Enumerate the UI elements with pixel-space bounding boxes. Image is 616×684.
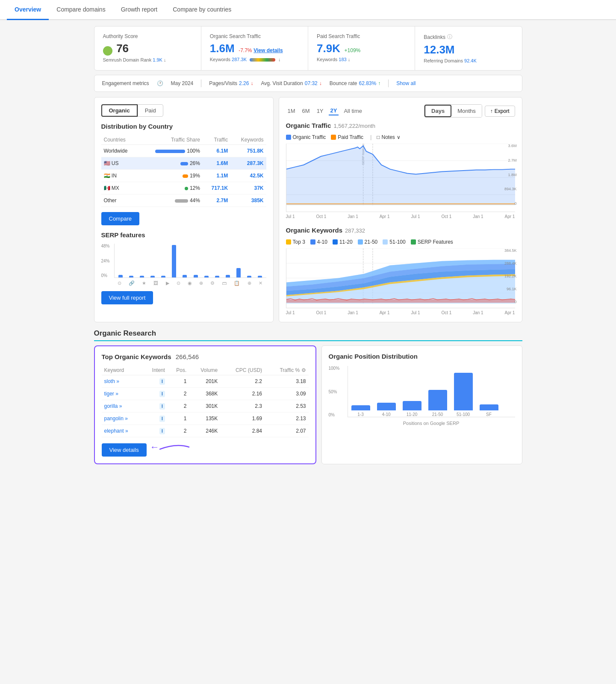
kw-word-3[interactable]: pangolin » [102, 413, 142, 425]
export-button[interactable]: ↑ Export [485, 106, 515, 117]
pos-bar-wrap-0: 1-3 [351, 405, 370, 417]
traffic-legend: Organic Traffic Paid Traffic | □ Notes ∨ [286, 134, 515, 140]
pages-visits-value[interactable]: 2.26 [239, 80, 249, 86]
serp-icon-2: 🔗 [129, 280, 135, 286]
kw-word-4[interactable]: elephant » [102, 425, 142, 437]
kw-pos-0: 1 [168, 375, 189, 388]
tab-overview[interactable]: Overview [7, 0, 49, 20]
country-row-1: 🇺🇸 US 26% 1.6M 287.3K [101, 157, 266, 170]
serp-features-dot [411, 239, 416, 245]
keywords-chart-x-labels: Jul 1 Oct 1 Jan 1 Apr 1 Jul 1 Oct 1 Jan … [286, 310, 515, 315]
col-traffic: Traffic [203, 135, 230, 145]
legend-notes[interactable]: □ Notes ∨ [377, 134, 401, 140]
keyword-panel-title: Top Organic Keywords 266,546 [102, 353, 309, 360]
country-table: Countries Traffic Share Traffic Keywords… [101, 135, 266, 207]
pos-bar-label-0: 1-3 [357, 412, 363, 417]
serp-title: SERP features [101, 231, 266, 239]
serp-icon-8: ⊕ [199, 280, 203, 286]
metric-organic-sub: Keywords 287.3K ↓ [210, 57, 299, 62]
organic-research-section: Organic Research Top Organic Keywords 26… [94, 329, 522, 464]
pos-bar-0 [351, 405, 370, 410]
kw-col-volume: Volume [189, 366, 220, 375]
metric-authority: Authority Score 76 Semrush Domain Rank 1… [94, 27, 201, 70]
organic-grid: Top Organic Keywords 266,546 Keyword Int… [94, 345, 522, 464]
metric-backlinks-sub: Referring Domains 92.4K [424, 58, 513, 63]
time-1m[interactable]: 1M [286, 107, 297, 115]
tab-growth-report[interactable]: Growth report [113, 0, 165, 20]
time-1y[interactable]: 1Y [315, 107, 325, 115]
serp-bar-1 [127, 276, 136, 277]
kw-pos-3: 1 [168, 413, 189, 425]
time-6m[interactable]: 6M [301, 107, 312, 115]
organic-keywords-header: Organic Keywords 287,332 [286, 227, 515, 236]
tab-compare-domains[interactable]: Compare domains [49, 0, 113, 20]
kw-volume-0: 201K [189, 375, 220, 388]
organic-view-details[interactable]: View details [253, 47, 283, 53]
serp-icon-1: ⊙ [118, 280, 121, 286]
keyword-panel: Top Organic Keywords 266,546 Keyword Int… [94, 345, 316, 464]
kw-traffic-3: 2.13 [265, 413, 308, 425]
view-full-report-button[interactable]: View full report [101, 291, 153, 304]
backlinks-info-icon: ⓘ [447, 33, 452, 41]
days-button[interactable]: Days [424, 105, 451, 117]
metric-organic: Organic Search Traffic 1.6M -7.7% View d… [201, 27, 308, 70]
col-countries: Countries [101, 135, 139, 145]
view-details-row: View details ← [102, 437, 309, 457]
kw-word-2[interactable]: gorilla » [102, 400, 142, 413]
metric-backlinks-label: Backlinks ⓘ [424, 33, 513, 41]
keywords-link[interactable]: 287.3K [232, 57, 247, 62]
serp-icon-4: 🖼 [153, 280, 158, 286]
compare-button[interactable]: Compare [101, 212, 139, 225]
avg-duration-value[interactable]: 07:32 [305, 80, 318, 86]
show-all-link[interactable]: Show all [396, 80, 416, 86]
kw-col-keyword: Keyword [102, 366, 142, 375]
kw-intent-1: I [142, 388, 168, 400]
legend-divider: | [370, 134, 371, 140]
authority-score-icon [103, 46, 112, 56]
tab-compare-countries[interactable]: Compare by countries [165, 0, 239, 20]
serp-y-labels: 48% 24% 0% [101, 244, 110, 278]
country-keywords-4: 385K [230, 195, 266, 207]
kw-word-0[interactable]: sloth » [102, 375, 142, 388]
pos-bar-3 [428, 390, 447, 410]
serp-bar-8 [202, 276, 211, 277]
view-details-button[interactable]: View details [102, 443, 147, 457]
organic-research-title: Organic Research [94, 329, 522, 341]
serp-bar-2 [138, 276, 146, 277]
kw-word-1[interactable]: tiger » [102, 388, 142, 400]
domain-rank-link[interactable]: 1.9K [153, 57, 162, 62]
country-keywords-3: 37K [230, 182, 266, 195]
11-20-dot [333, 239, 338, 245]
serp-bar-6 [180, 275, 189, 277]
organic-keywords-title: Organic Keywords [286, 227, 343, 234]
time-all[interactable]: All time [342, 107, 364, 115]
engagement-divider-1 [201, 80, 201, 87]
filter-icon[interactable]: ⚙ [301, 367, 306, 373]
kw-intent-2: I [142, 400, 168, 413]
arrow-annotation: ← [150, 442, 159, 453]
pos-bar-label-2: 11-20 [407, 412, 418, 417]
paid-toggle[interactable]: Paid [138, 104, 163, 117]
organic-toggle[interactable]: Organic [101, 104, 138, 117]
paid-keywords-link[interactable]: 183 [339, 57, 346, 62]
serp-icon-3: ★ [142, 280, 146, 286]
kw-intent-0: I [142, 375, 168, 388]
months-button[interactable]: Months [451, 105, 482, 117]
serp-bar-0 [116, 275, 125, 277]
referring-domains-link[interactable]: 92.4K [464, 58, 477, 63]
pos-bar-wrap-4: 51-100 [454, 373, 473, 417]
col-keywords: Keywords [230, 135, 266, 145]
serp-icon-6: ⊙ [177, 280, 180, 286]
organic-change: -7.7% [239, 47, 252, 53]
country-row-0: Worldwide 100% 6.1M 751.8K [101, 145, 266, 157]
bounce-rate-value[interactable]: 62.83% [359, 80, 376, 86]
country-row-4: Other 44% 2.7M 385K [101, 195, 266, 207]
time-2y[interactable]: 2Y [329, 106, 339, 115]
serp-bar-10 [224, 275, 232, 277]
4-10-dot [310, 239, 315, 245]
pos-bar-label-3: 21-50 [432, 412, 443, 417]
kw-volume-4: 246K [189, 425, 220, 437]
serp-icon-10: 🗃 [222, 280, 227, 286]
engagement-pages: Pages/Visits 2.26 ↓ [209, 80, 253, 86]
country-keywords-1: 287.3K [230, 157, 266, 170]
